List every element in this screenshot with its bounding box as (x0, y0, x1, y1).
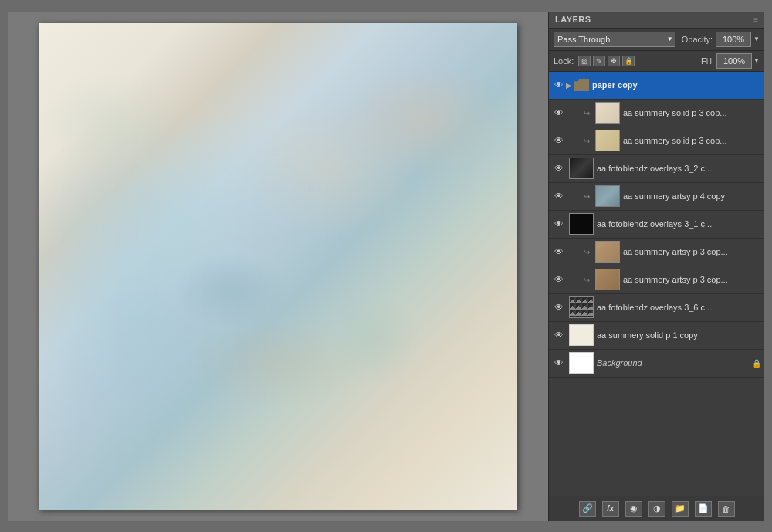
background-lock-badge: 🔒 (752, 358, 761, 368)
layer-fotoblendz-2[interactable]: 👁 aa fotoblendz overlays 3_1 c... (549, 211, 764, 239)
layer-thumb-5 (569, 213, 594, 235)
visibility-eye-8[interactable]: 👁 (552, 300, 566, 314)
mask-icon: ◉ (630, 503, 638, 513)
visibility-eye-6[interactable]: 👁 (552, 245, 566, 259)
visibility-eye-9[interactable]: 👁 (552, 328, 566, 342)
fx-icon: fx (607, 504, 614, 513)
visibility-eye-2[interactable]: 👁 (552, 134, 566, 147)
canvas-area (8, 12, 548, 521)
group-layer-name: paper copy (592, 80, 761, 90)
layers-list: 👁 ▶ paper copy 👁 ↪ aa summery solid p 3 … (549, 72, 764, 496)
add-mask-button[interactable]: ◉ (625, 501, 642, 517)
layer-summery-artsy-2[interactable]: 👁 ↪ aa summery artsy p 3 cop... (549, 239, 764, 266)
link-chain-2: ↪ (581, 134, 592, 147)
visibility-eye-1[interactable]: 👁 (552, 106, 566, 120)
visibility-eye-5[interactable]: 👁 (552, 217, 566, 231)
group-folder-icon (574, 79, 589, 91)
layer-thumb-3 (569, 158, 594, 179)
lock-position[interactable]: ✤ (608, 56, 620, 66)
canvas-image (39, 23, 517, 510)
layer-thumb-1 (595, 102, 620, 124)
layer-thumb-6 (595, 241, 620, 263)
layer-name-8: aa fotoblendz overlays 3_6 c... (597, 303, 761, 312)
layer-thumb-7 (595, 269, 620, 290)
layer-effects-button[interactable]: fx (602, 501, 619, 517)
visibility-eye-3[interactable]: 👁 (552, 161, 566, 175)
link-chain-1: ↪ (581, 106, 592, 120)
visibility-eye-10[interactable]: 👁 (552, 356, 566, 370)
fill-section: Fill: 100% ▼ (701, 53, 760, 69)
new-layer-icon: 📄 (698, 503, 709, 513)
delete-layer-button[interactable]: 🗑 (718, 501, 735, 517)
layer-name-4: aa summery artsy p 4 copy (623, 191, 761, 201)
link-chain-4: ↪ (581, 189, 592, 203)
layer-background[interactable]: 👁 Background 🔒 (549, 350, 764, 378)
layer-name-9: aa summery solid p 1 copy (597, 330, 761, 340)
layer-name-5: aa fotoblendz overlays 3_1 c... (597, 219, 761, 229)
layer-fotoblendz-1[interactable]: 👁 aa fotoblendz overlays 3_2 c... (549, 155, 764, 183)
panel-title: LAYERS (555, 15, 591, 24)
lock-label: Lock: (554, 56, 574, 66)
layer-summery-solid[interactable]: 👁 aa summery solid p 1 copy (549, 322, 764, 350)
layer-thumb-4 (595, 185, 620, 207)
layer-summery-artsy-3[interactable]: 👁 ↪ aa summery artsy p 3 cop... (549, 266, 764, 294)
lock-transparency[interactable]: ▨ (578, 56, 591, 66)
folder-icon: 📁 (675, 503, 686, 513)
link-chain-6: ↪ (581, 245, 592, 259)
visibility-eye-group[interactable]: 👁 (552, 78, 566, 92)
layer-name-3: aa fotoblendz overlays 3_2 c... (597, 164, 761, 173)
opacity-label: Opacity: (682, 35, 713, 44)
adj-icon: ◑ (653, 503, 661, 513)
panel-grip: ≡ (753, 15, 758, 24)
lock-pixels[interactable]: ✎ (593, 56, 605, 66)
visibility-eye-7[interactable]: 👁 (552, 273, 566, 286)
fill-value[interactable]: 100% (716, 53, 752, 69)
new-layer-button[interactable]: 📄 (695, 501, 712, 517)
link-layers-button[interactable]: 🔗 (579, 501, 596, 517)
layers-toolbar: 🔗 fx ◉ ◑ 📁 📄 🗑 (549, 496, 764, 521)
layer-thumb-8 (569, 296, 594, 318)
blend-mode-wrapper[interactable]: Pass Through Normal Dissolve Multiply Sc… (554, 32, 676, 47)
visibility-eye-4[interactable]: 👁 (552, 189, 566, 203)
app-window: LAYERS ≡ Pass Through Normal Dissolve Mu… (8, 12, 764, 521)
blend-mode-row: Pass Through Normal Dissolve Multiply Sc… (549, 29, 764, 51)
trash-icon: 🗑 (722, 504, 730, 513)
lock-icons: ▨ ✎ ✤ 🔒 (578, 56, 635, 66)
new-group-button[interactable]: 📁 (672, 501, 689, 517)
layer-thumb-10 (569, 352, 594, 374)
layer-thumb-2 (595, 130, 620, 151)
lock-all[interactable]: 🔒 (622, 56, 635, 66)
group-arrow: ▶ (566, 81, 572, 90)
blend-mode-select[interactable]: Pass Through Normal Dissolve Multiply Sc… (554, 32, 676, 47)
layer-name-background: Background (597, 358, 752, 368)
fill-label: Fill: (701, 56, 714, 66)
link-icon: 🔗 (582, 503, 593, 513)
layer-fotoblendz-3[interactable]: 👁 aa fotoblendz overlays 3_6 c... (549, 294, 764, 322)
panel-title-bar: LAYERS ≡ (549, 12, 764, 29)
link-chain-7: ↪ (581, 273, 592, 286)
adjustment-layer-button[interactable]: ◑ (648, 501, 665, 517)
lock-row: Lock: ▨ ✎ ✤ 🔒 Fill: 100% ▼ (549, 51, 764, 72)
layer-thumb-9 (569, 324, 594, 346)
layer-name-6: aa summery artsy p 3 cop... (623, 247, 761, 256)
layer-name-7: aa summery artsy p 3 cop... (623, 275, 761, 284)
opacity-arrow: ▼ (753, 36, 760, 42)
fill-arrow: ▼ (753, 57, 760, 64)
layer-aa-summery-2[interactable]: 👁 ↪ aa summery solid p 3 cop... (549, 127, 764, 155)
layer-aa-summery-1[interactable]: 👁 ↪ aa summery solid p 3 cop... (549, 100, 764, 127)
opacity-value[interactable]: 100% (716, 32, 751, 47)
canvas-wrapper (39, 23, 517, 510)
layers-panel: LAYERS ≡ Pass Through Normal Dissolve Mu… (548, 12, 764, 521)
layer-group-paper-copy[interactable]: 👁 ▶ paper copy (549, 72, 764, 100)
layer-summery-artsy-1[interactable]: 👁 ↪ aa summery artsy p 4 copy (549, 183, 764, 211)
layer-name-2: aa summery solid p 3 cop... (623, 136, 761, 145)
layer-name-1: aa summery solid p 3 cop... (623, 108, 761, 117)
